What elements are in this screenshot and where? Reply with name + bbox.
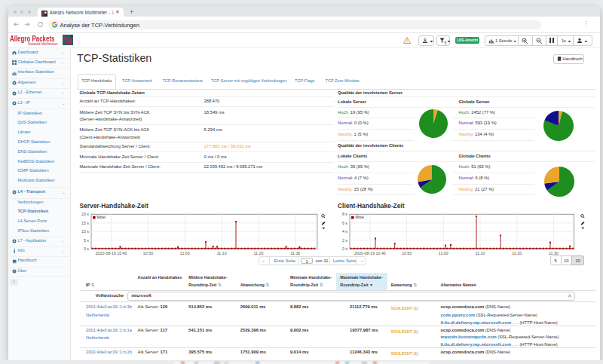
svg-text:Mittel: Mittel xyxy=(97,216,106,219)
svg-text:11:10: 11:10 xyxy=(217,251,227,255)
svg-text:11:20: 11:20 xyxy=(512,251,522,255)
svg-text:2020-08-19 10:40: 2020-08-19 10:40 xyxy=(354,251,386,255)
svg-text:8 s: 8 s xyxy=(342,212,347,216)
svg-text:11:00: 11:00 xyxy=(180,251,190,255)
svg-text:11:10: 11:10 xyxy=(476,251,485,255)
svg-text:2 s: 2 s xyxy=(342,238,347,243)
svg-text:11:00: 11:00 xyxy=(439,251,448,255)
svg-text:11:30: 11:30 xyxy=(549,251,559,255)
svg-text:6 s: 6 s xyxy=(342,221,347,225)
svg-text:15 s: 15 s xyxy=(81,221,89,225)
svg-text:11:20: 11:20 xyxy=(254,251,264,255)
svg-text:Mittel: Mittel xyxy=(356,216,364,219)
svg-text:2020-08-19 10:40: 2020-08-19 10:40 xyxy=(96,251,127,255)
svg-text:4 s: 4 s xyxy=(342,229,347,234)
svg-text:5 s: 5 s xyxy=(84,238,89,243)
svg-text:0 s: 0 s xyxy=(84,246,89,251)
svg-text:0 s: 0 s xyxy=(342,246,347,251)
svg-text:11:30: 11:30 xyxy=(290,251,300,255)
svg-text:10:50: 10:50 xyxy=(402,251,412,255)
svg-text:10:50: 10:50 xyxy=(143,251,153,255)
svg-text:10 s: 10 s xyxy=(81,229,89,234)
svg-text:20 s: 20 s xyxy=(81,212,89,216)
